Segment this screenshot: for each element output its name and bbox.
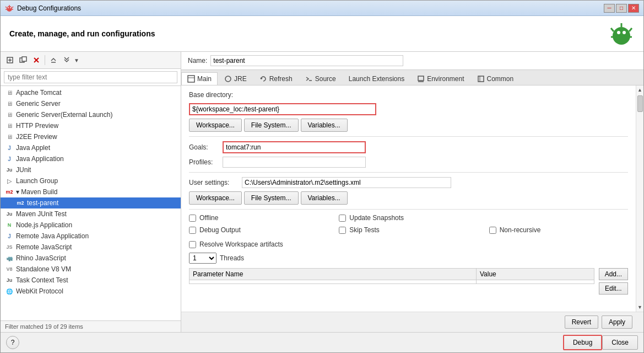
tree-item-standalone-v8[interactable]: V8 Standalone V8 VM	[1, 264, 181, 275]
goals-label: Goals:	[189, 143, 219, 151]
threads-label: Threads	[220, 254, 244, 262]
tree-item-j2ee-preview[interactable]: 🖥 J2EE Preview	[1, 131, 181, 142]
delete-config-button[interactable]	[30, 54, 42, 66]
tree-item-launch-group[interactable]: ▷ Launch Group	[1, 175, 181, 186]
threads-select[interactable]: 1 2 4	[189, 253, 217, 264]
tree-item-label: Launch Group	[16, 177, 58, 185]
checkboxes-grid: Offline Update Snapshots Debug Output	[189, 214, 628, 236]
params-buttons: Add... Edit...	[599, 268, 628, 295]
scroll-thumb[interactable]	[637, 95, 643, 112]
update-snapshots-checkbox[interactable]	[339, 215, 346, 222]
svg-line-4	[12, 7, 13, 8]
junit-icon: Ju	[5, 165, 14, 174]
close-button[interactable]: Close	[602, 335, 638, 350]
user-settings-buttons: Workspace... File System... Variables...	[189, 191, 628, 205]
base-directory-input[interactable]	[189, 103, 376, 115]
tree-item-label: Generic Server	[16, 100, 61, 108]
tree-item-webkit[interactable]: 🌐 WebKit Protocol	[1, 286, 181, 297]
help-button[interactable]: ?	[6, 336, 19, 349]
tree-item-remote-js[interactable]: JS Remote JavaScript	[1, 242, 181, 253]
tree-item-apache-tomcat[interactable]: 🖥 Apache Tomcat	[1, 87, 181, 98]
scroll-down-arrow[interactable]: ▼	[636, 303, 643, 312]
tab-jre[interactable]: JRE	[218, 72, 253, 85]
new-config-button[interactable]	[4, 54, 16, 66]
svg-point-2	[10, 7, 11, 8]
filter-input[interactable]	[4, 71, 177, 83]
tree-item-java-application[interactable]: J Java Application	[1, 153, 181, 164]
tree-item-remote-java[interactable]: J Remote Java Application	[1, 231, 181, 242]
tree-item-generic-server[interactable]: 🖥 Generic Server	[1, 98, 181, 109]
task-icon: Ju	[5, 276, 14, 285]
non-recursive-checkbox[interactable]	[489, 227, 496, 234]
tab-refresh[interactable]: Refresh	[253, 72, 299, 85]
tree-item-http-preview[interactable]: 🖥 HTTP Preview	[1, 120, 181, 131]
svg-rect-28	[418, 76, 424, 81]
rhino-icon: 🦏	[5, 254, 14, 263]
duplicate-config-button[interactable]	[17, 54, 29, 66]
tree-item-label: Apache Tomcat	[16, 89, 62, 97]
skip-tests-checkbox[interactable]	[339, 227, 346, 234]
main-content: ▼ 🖥 Apache Tomcat 🖥 Generic Server 🖥 Ge	[1, 52, 643, 332]
tree-item-label: Generic Server(External Launch)	[16, 111, 112, 119]
threads-row: 1 2 4 Threads	[189, 253, 628, 264]
skip-tests-row: Skip Tests	[339, 226, 478, 234]
filesystem-button-2[interactable]: File System...	[244, 191, 299, 205]
debug-output-checkbox[interactable]	[189, 227, 196, 234]
js-icon: JS	[5, 243, 14, 252]
server-icon: 🖥	[5, 110, 14, 119]
filesystem-button-1[interactable]: File System...	[244, 119, 299, 132]
section-divider-1	[189, 136, 628, 137]
expand-arrow[interactable]: ▼	[74, 57, 79, 63]
tab-refresh-label: Refresh	[269, 75, 293, 83]
apply-button[interactable]: Apply	[602, 315, 632, 329]
close-window-button[interactable]: ✕	[628, 4, 639, 13]
revert-button[interactable]: Revert	[565, 315, 598, 329]
tab-environment[interactable]: Environment	[411, 72, 470, 85]
debug-button[interactable]: Debug	[563, 335, 602, 350]
svg-line-11	[611, 28, 614, 31]
svg-rect-30	[478, 76, 484, 82]
tree-item-junit[interactable]: Ju JUnit	[1, 164, 181, 175]
expand-button[interactable]	[61, 54, 73, 66]
tab-main[interactable]: Main	[181, 72, 218, 85]
goals-input[interactable]	[223, 141, 366, 153]
minimize-button[interactable]: ─	[604, 4, 615, 13]
server-icon: 🖥	[5, 99, 14, 108]
tree-item-maven-junit[interactable]: Ju Maven JUnit Test	[1, 208, 181, 220]
tree-item-java-applet[interactable]: J Java Applet	[1, 142, 181, 153]
vertical-scrollbar[interactable]: ▲ ▼	[636, 85, 643, 312]
tree-item-generic-server-ext[interactable]: 🖥 Generic Server(External Launch)	[1, 109, 181, 120]
base-directory-buttons: Workspace... File System... Variables...	[189, 119, 628, 132]
base-directory-row: Base directory:	[189, 91, 628, 99]
offline-checkbox[interactable]	[189, 215, 196, 222]
scroll-up-arrow[interactable]: ▲	[636, 85, 643, 94]
param-name-cell	[190, 280, 477, 284]
name-input[interactable]	[210, 55, 403, 66]
add-param-button[interactable]: Add...	[599, 268, 628, 280]
tree-item-test-parent[interactable]: m2 test-parent	[1, 197, 181, 208]
left-toolbar: ▼	[1, 52, 181, 69]
titlebar-left: Debug Configurations	[5, 4, 81, 13]
tab-launch-extensions[interactable]: Launch Extensions	[343, 72, 410, 85]
update-snapshots-row: Update Snapshots	[339, 214, 478, 222]
workspace-button-1[interactable]: Workspace...	[189, 119, 242, 132]
tree-item-label: ▾ Maven Build	[16, 188, 57, 196]
resolve-workspace-checkbox[interactable]	[189, 241, 196, 248]
main-tab-icon	[187, 75, 195, 83]
footer-bar: ? Debug Close	[1, 332, 643, 352]
maximize-button[interactable]: □	[616, 4, 627, 13]
tree-item-rhino-js[interactable]: 🦏 Rhino JavaScript	[1, 253, 181, 264]
collapse-all-button[interactable]	[47, 54, 59, 66]
tree-item-nodejs[interactable]: N Node.js Application	[1, 220, 181, 231]
user-settings-input[interactable]	[242, 177, 451, 188]
tab-source[interactable]: Source	[299, 72, 342, 85]
variables-button-1[interactable]: Variables...	[301, 119, 348, 132]
tree-item-task-context[interactable]: Ju Task Context Test	[1, 275, 181, 286]
offline-label: Offline	[199, 214, 218, 222]
tree-item-maven-build[interactable]: m2 ▾ Maven Build	[1, 186, 181, 197]
profiles-input[interactable]	[223, 157, 366, 168]
tab-common[interactable]: Common	[471, 72, 520, 85]
variables-button-2[interactable]: Variables...	[301, 191, 348, 205]
workspace-button-2[interactable]: Workspace...	[189, 191, 242, 205]
edit-param-button[interactable]: Edit...	[599, 282, 628, 295]
